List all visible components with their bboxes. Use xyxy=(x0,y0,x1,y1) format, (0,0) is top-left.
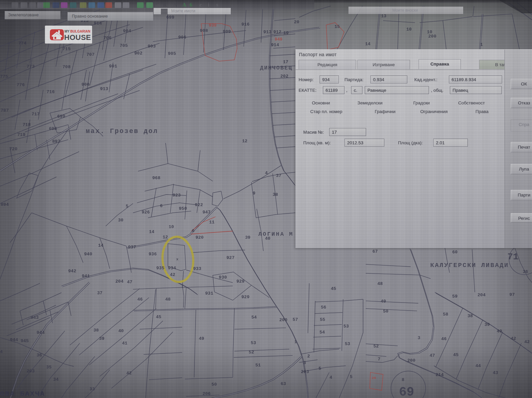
svg-text:8: 8 xyxy=(402,377,404,382)
svg-text:203: 203 xyxy=(27,369,35,374)
svg-text:900: 900 xyxy=(81,82,89,87)
svg-text:200: 200 xyxy=(407,358,415,363)
svg-text:787: 787 xyxy=(1,108,9,113)
svg-text:42: 42 xyxy=(170,272,175,277)
svg-text:20: 20 xyxy=(294,20,299,25)
svg-text:914: 914 xyxy=(271,43,279,48)
svg-text:ДИНЧОВЕЦ: ДИНЧОВЕЦ xyxy=(260,65,293,71)
svg-text:42: 42 xyxy=(511,336,516,341)
svg-text:936: 936 xyxy=(149,252,157,257)
svg-text:42: 42 xyxy=(524,339,530,344)
svg-text:913: 913 xyxy=(100,86,108,91)
svg-text:33: 33 xyxy=(89,387,95,392)
svg-text:934: 934 xyxy=(168,266,176,271)
svg-text:940: 940 xyxy=(84,252,92,257)
svg-text:MY BULGARIAN: MY BULGARIAN xyxy=(65,30,90,33)
svg-text:5: 5 xyxy=(319,366,321,371)
svg-text:913: 913 xyxy=(263,30,271,35)
svg-text:HOUSE: HOUSE xyxy=(64,33,91,42)
svg-text:4: 4 xyxy=(330,375,332,380)
svg-text:906: 906 xyxy=(178,35,186,40)
svg-text:40: 40 xyxy=(118,329,124,333)
svg-text:4: 4 xyxy=(265,171,268,176)
svg-text:43: 43 xyxy=(493,370,498,375)
svg-text:26: 26 xyxy=(372,376,376,380)
svg-text:920: 920 xyxy=(196,235,203,240)
svg-text:775: 775 xyxy=(0,74,8,79)
svg-text:933: 933 xyxy=(193,266,201,271)
svg-text:55: 55 xyxy=(320,317,325,322)
svg-text:5: 5 xyxy=(350,374,352,379)
svg-text:717: 717 xyxy=(32,112,40,117)
svg-text:44: 44 xyxy=(475,363,481,368)
svg-text:30: 30 xyxy=(118,218,123,223)
svg-text:35: 35 xyxy=(46,365,52,370)
svg-text:214: 214 xyxy=(436,372,444,377)
svg-text:38: 38 xyxy=(93,328,99,333)
svg-text:39: 39 xyxy=(99,336,104,341)
svg-text:715: 715 xyxy=(63,47,70,52)
svg-text:1: 1 xyxy=(480,42,483,47)
svg-text:200: 200 xyxy=(279,318,287,323)
svg-text:705: 705 xyxy=(120,43,128,48)
svg-text:45: 45 xyxy=(331,286,336,291)
svg-text:50: 50 xyxy=(211,382,217,387)
svg-text:12: 12 xyxy=(242,139,247,144)
svg-text:6: 6 xyxy=(192,228,195,233)
svg-text:912: 912 xyxy=(273,30,281,35)
svg-text:58: 58 xyxy=(443,312,448,317)
svg-text:699: 699 xyxy=(57,114,65,119)
svg-text:50: 50 xyxy=(383,309,388,314)
svg-text:206: 206 xyxy=(202,391,210,396)
svg-text:905: 905 xyxy=(168,51,176,56)
svg-text:699: 699 xyxy=(166,15,174,20)
svg-text:909: 909 xyxy=(223,29,231,34)
svg-text:45: 45 xyxy=(453,352,459,357)
svg-text:945: 945 xyxy=(21,338,29,343)
svg-text:7: 7 xyxy=(378,357,380,362)
svg-text:71: 71 xyxy=(507,252,519,262)
svg-text:39: 39 xyxy=(484,322,490,327)
svg-text:59: 59 xyxy=(452,294,458,299)
svg-text:49: 49 xyxy=(199,336,204,341)
svg-text:718: 718 xyxy=(23,122,31,127)
svg-text:204: 204 xyxy=(115,279,123,284)
svg-text:719: 719 xyxy=(17,132,25,137)
svg-text:923: 923 xyxy=(173,193,181,198)
svg-text:52: 52 xyxy=(249,350,254,355)
svg-text:48: 48 xyxy=(377,281,383,286)
svg-text:51: 51 xyxy=(255,363,261,368)
svg-text:13: 13 xyxy=(381,14,386,19)
svg-text:902: 902 xyxy=(134,51,142,56)
svg-text:707: 707 xyxy=(86,52,94,57)
svg-text:37: 37 xyxy=(276,173,281,178)
svg-text:42: 42 xyxy=(126,371,132,376)
svg-text:931: 931 xyxy=(205,291,213,296)
svg-text:776: 776 xyxy=(17,82,25,87)
svg-text:968: 968 xyxy=(152,176,160,181)
svg-text:54: 54 xyxy=(251,315,257,320)
svg-text:944: 944 xyxy=(10,337,18,342)
svg-text:46: 46 xyxy=(441,336,447,341)
svg-text:45: 45 xyxy=(156,315,161,320)
svg-text:204: 204 xyxy=(477,293,485,298)
svg-text:720: 720 xyxy=(9,147,17,152)
svg-text:17: 17 xyxy=(283,60,288,65)
svg-text:200: 200 xyxy=(428,34,436,39)
svg-text:944: 944 xyxy=(37,330,45,335)
svg-text:10: 10 xyxy=(169,224,174,229)
svg-text:x: x xyxy=(176,257,179,261)
svg-text:10: 10 xyxy=(406,27,412,32)
svg-text:929: 929 xyxy=(241,295,249,300)
svg-text:3: 3 xyxy=(303,360,306,365)
svg-text:69: 69 xyxy=(399,385,414,398)
svg-text:935: 935 xyxy=(156,266,164,271)
svg-text:14: 14 xyxy=(365,42,370,47)
svg-text:916: 916 xyxy=(241,22,249,27)
svg-text:203: 203 xyxy=(301,369,309,374)
svg-text:39: 39 xyxy=(245,235,250,240)
svg-text:941: 941 xyxy=(82,274,90,279)
svg-text:6: 6 xyxy=(160,203,163,208)
svg-text:36: 36 xyxy=(523,269,528,274)
svg-text:63: 63 xyxy=(281,381,286,386)
